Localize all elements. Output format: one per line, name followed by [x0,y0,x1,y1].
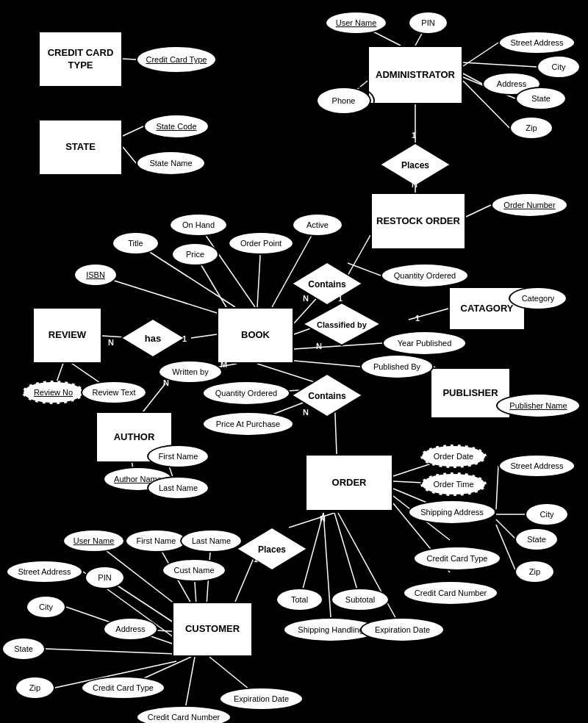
attr-publisher-name: Publisher Name [496,393,581,418]
svg-line-7 [463,73,482,84]
label-n-restock-places: N [412,180,417,189]
label-n-places-order: N [320,514,326,523]
entity-publisher: PUBLISHER [430,367,511,419]
svg-line-13 [466,205,491,217]
attr-category: Category [509,287,567,310]
attr-book-onhand: On Hand [169,213,228,237]
attr-order-state: State [514,528,559,551]
entity-book: BOOK [217,307,294,364]
attr-order-city: City [525,503,569,526]
attr-cust-pin: PIN [85,566,125,589]
svg-text:Places: Places [258,544,286,555]
attr-cust-custname: Cust Name [162,558,226,582]
label-1-published-by: 1 [424,360,429,369]
diamond-has-review: has [120,317,186,359]
svg-text:Places: Places [401,160,429,170]
attr-cust-street: Street Address [6,560,83,583]
attr-book-isbn: ISBN [74,263,118,287]
attr-book-qty-ordered: Quantity Ordered [381,263,469,288]
attr-author-lastname: Last Name [147,476,209,500]
entity-order: ORDER [305,454,393,513]
attr-cust-zip: Zip [15,676,55,699]
svg-line-1 [123,126,143,136]
label-n-classified: N [316,342,322,350]
attr-order-cc-type: Credit Card Type [413,546,501,571]
label-n-contains-order: N [303,408,309,417]
svg-line-51 [496,525,516,572]
attr-review-no: Review No [22,381,85,404]
attr-review-text: Review Text [81,381,147,404]
label-1-admin-places: 1 [412,131,416,140]
label-n-contains-book: N [303,294,309,303]
entity-state: STATE [38,119,123,176]
attr-cust-exp-date: Expiration Date [219,687,304,711]
attr-admin-street: Street Address [498,31,576,54]
label-1-places-cust: 1 [254,555,258,564]
svg-line-52 [289,513,334,528]
attr-cust-firstname: First Name [125,529,187,553]
svg-line-6 [463,62,537,67]
label-n-written-author: N [163,378,169,387]
label-1-has-book: 1 [182,334,187,343]
attr-shipping-address: Shipping Address [408,500,496,525]
svg-line-26 [191,334,217,338]
entity-review: REVIEW [32,307,102,364]
attr-admin-city: City [537,55,581,79]
attr-book-orderpoint: Order Point [228,231,294,255]
svg-text:has: has [145,333,161,344]
svg-line-57 [338,513,402,630]
attr-book-active: Active [292,213,343,237]
svg-line-0 [123,59,136,60]
svg-line-48 [496,466,498,509]
diamond-classified-by: Classified by [301,301,382,347]
diamond-contains-order: Contains [290,373,364,418]
svg-line-50 [496,519,516,539]
attr-credit-card-type: Credit Card Type [136,46,217,73]
attr-order-zip: Zip [514,560,555,583]
attr-cust-cc-type: Credit Card Type [81,676,165,699]
attr-order-street: Street Address [498,454,576,478]
label-1-contains-restock: 1 [338,294,343,303]
attr-admin-zip: Zip [509,116,553,140]
attr-admin-phone: Phone [316,87,371,115]
attr-admin-pin: PIN [408,11,448,35]
attr-cust-address: Address [103,617,158,641]
svg-line-55 [334,513,360,600]
attr-order-time: Order Time [420,472,487,496]
attr-book-title: Title [112,231,159,255]
attr-order-total: Total [276,588,323,611]
label-m-written: M [220,360,227,369]
attr-book-year: Year Published [382,331,467,356]
attr-admin-username: User Name [325,11,387,35]
attr-published-by: Published By [360,354,434,379]
attr-cust-lastname: Last Name [180,529,243,553]
entity-restock-order: RESTOCK ORDER [370,193,466,250]
attr-order-qty: Quantity Ordered [202,381,290,406]
svg-line-32 [287,360,360,367]
svg-text:Contains: Contains [308,391,346,401]
attr-state-code: State Code [143,114,209,139]
label-n-has-review: N [108,338,114,347]
attr-order-subtotal: Subtotal [331,588,390,611]
attr-admin-state: State [515,87,567,110]
svg-line-2 [123,147,136,163]
svg-line-66 [46,649,176,654]
svg-text:Contains: Contains [308,279,346,289]
label-1-classified-cat: 1 [415,314,420,323]
svg-line-5 [463,43,498,66]
diamond-contains-restock: Contains [290,261,364,306]
attr-restock-order-num: Order Number [491,193,568,217]
attr-cust-state: State [1,637,46,661]
attr-order-exp-date: Expiration Date [360,617,445,642]
attr-author-firstname: First Name [147,445,209,468]
entity-administrator: ADMINISTRATOR [368,46,463,104]
svg-line-20 [96,275,226,316]
attr-cust-cc-num: Credit Card Number [136,705,232,723]
svg-text:Classified by: Classified by [317,320,368,329]
attr-cust-username: User Name [62,529,125,553]
attr-price-at-purchase: Price At Purchase [202,411,294,436]
attr-state-name: State Name [136,151,206,176]
entity-credit-card-type: CREDIT CARD TYPE [38,31,123,87]
attr-order-date: Order Date [420,445,487,468]
entity-customer: CUSTOMER [172,602,253,657]
